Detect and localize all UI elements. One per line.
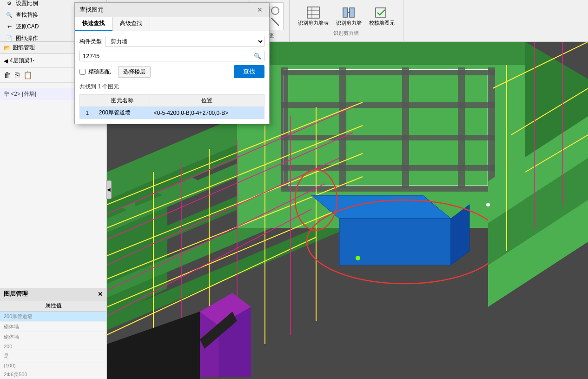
layer-row-1: 砌体墙: [0, 322, 106, 332]
quick-find-label: 快速查找: [82, 20, 105, 27]
find-replace-icon: 🔍: [6, 11, 13, 19]
search-row: 🔍: [79, 51, 264, 61]
layer-row-6: 2Φ6@500: [0, 370, 106, 379]
result-row-0[interactable]: 1 200厚管道墙 <0-5-4200,0-B;0-4+2700,0-B>: [80, 107, 264, 119]
toolbar-group-shear-wall: 识别剪力墙表 识别剪力墙: [290, 0, 403, 41]
dialog-title: 查找图元: [79, 6, 104, 14]
layer-row-4: 是: [0, 351, 106, 361]
layer-panel: 图层管理 ✕ 属性值 200厚管道墙 砌体墙 砌体墙 200 是: [0, 288, 106, 379]
layer-row-5: (100): [0, 361, 106, 370]
export-drawing-btn[interactable]: 📋: [23, 71, 33, 80]
breadcrumb-text: 4层顶梁1-: [10, 57, 34, 65]
result-count: 共找到 1 个图元: [79, 82, 264, 92]
find-element-dialog: 查找图元 ✕ 快速查找 高级查找 构件类型 剪力墙 柱 梁 板 墙 🔍: [74, 2, 270, 124]
svg-rect-12: [376, 8, 386, 17]
layer-row-0-value: 200厚管道墙: [0, 312, 106, 322]
component-type-select[interactable]: 剪力墙 柱 梁 板 墙: [106, 36, 264, 47]
layer-properties-table: 200厚管道墙 砌体墙 砌体墙 200 是 (100) 2Φ6@: [0, 312, 106, 379]
svg-line-4: [271, 18, 279, 26]
drawing-mgmt-icon: 📂: [4, 45, 11, 51]
sidebar-label-text: 华 <2> [外墙]: [4, 91, 36, 97]
layer-panel-title: 图层管理: [4, 290, 28, 298]
svg-rect-36: [281, 135, 495, 140]
tab-quick-find[interactable]: 快速查找: [75, 17, 112, 31]
svg-rect-38: [281, 186, 495, 192]
svg-rect-9: [343, 8, 348, 17]
collapse-arrow-icon: ◀: [107, 187, 111, 192]
restore-cad-label: 还原CAD: [16, 23, 39, 31]
select-floor-label: 选择楼层: [123, 68, 145, 75]
svg-point-77: [486, 203, 490, 206]
component-type-label: 构件类型: [79, 38, 102, 46]
layer-row-2: 砌体墙: [0, 332, 106, 342]
result-row-0-position: <0-5-4200,0-B;0-4+2700,0-B>: [150, 107, 264, 119]
sidebar-collapse-btn[interactable]: ◀: [106, 180, 112, 199]
find-btn[interactable]: 查找: [234, 65, 264, 78]
layer-panel-header: 图层管理 ✕: [0, 288, 106, 300]
recognize-shear-wall-table-btn[interactable]: 识别剪力墙表: [295, 5, 331, 28]
check-wall-elements-label: 校核墙图元: [369, 20, 395, 27]
layer-row-3: 200: [0, 342, 106, 351]
drawing-mgmt-label: 图纸管理: [13, 44, 35, 52]
shear-wall-group-label: 识别剪力墙: [333, 30, 359, 37]
layer-row-3-value: 200: [0, 342, 106, 351]
drawing-ops-label: 图纸操作: [16, 34, 38, 42]
tab-advanced-find[interactable]: 高级查找: [112, 17, 150, 31]
layer-row-1-value: 砌体墙: [0, 322, 106, 332]
recognize-shear-wall-table-label: 识别剪力墙表: [298, 20, 329, 27]
svg-point-3: [271, 7, 279, 14]
svg-point-62: [356, 256, 360, 260]
dialog-close-btn[interactable]: ✕: [255, 6, 264, 13]
layer-panel-close-btn[interactable]: ✕: [98, 291, 103, 298]
recognize-shear-wall-label: 识别剪力墙: [336, 20, 362, 27]
find-replace-label: 查找替换: [16, 11, 38, 19]
check-wall-icon: [374, 6, 389, 19]
svg-rect-35: [281, 102, 495, 108]
advanced-find-label: 高级查找: [120, 20, 142, 27]
svg-rect-34: [281, 70, 495, 75]
layer-row-6-value: 2Φ6@500: [0, 370, 106, 379]
dialog-tabs: 快速查找 高级查找: [75, 17, 269, 31]
svg-rect-10: [350, 8, 354, 17]
search-input[interactable]: [80, 51, 251, 61]
shear-wall-icon: [341, 6, 356, 19]
result-table-header-row: 图元名称 位置: [80, 95, 264, 107]
select-floor-btn[interactable]: 选择楼层: [118, 66, 151, 78]
component-type-row: 构件类型 剪力墙 柱 梁 板 墙: [79, 36, 264, 47]
exact-match-label: 精确匹配: [79, 68, 111, 76]
col-position: 位置: [150, 95, 264, 107]
col-name: 图元名称: [95, 95, 150, 107]
layer-row-5-value: (100): [0, 361, 106, 370]
layer-row-0: 200厚管道墙: [0, 312, 106, 322]
col-index: [80, 95, 95, 107]
exact-match-text: 精确匹配: [88, 68, 111, 76]
scale-label: 设置比例: [16, 0, 38, 7]
exact-match-checkbox[interactable]: [79, 69, 86, 75]
dialog-titlebar: 查找图元 ✕: [75, 3, 269, 17]
layer-row-4-value: 是: [0, 351, 106, 361]
nav-arrow-left: ◀: [4, 58, 8, 64]
table-icon: [306, 6, 321, 19]
restore-cad-icon: ↩: [6, 23, 13, 30]
svg-marker-25: [237, 42, 525, 65]
check-wall-elements-btn[interactable]: 校核墙图元: [366, 5, 397, 28]
layer-row-2-value: 砌体墙: [0, 332, 106, 342]
shear-wall-row: 识别剪力墙表 识别剪力墙: [295, 5, 397, 28]
find-button-label: 查找: [243, 68, 255, 75]
layer-panel-subtitle: 属性值: [0, 300, 106, 312]
result-table: 图元名称 位置 1 200厚管道墙 <0-5-4200,0-B;0-4+2700…: [79, 94, 264, 119]
result-row-0-name: 200厚管道墙: [95, 107, 150, 119]
dialog-body: 构件类型 剪力墙 柱 梁 板 墙 🔍 精确匹配 选择楼层: [75, 31, 269, 124]
scale-icon: ⚙: [6, 0, 13, 7]
search-box: 🔍: [79, 51, 264, 61]
copy-drawing-btn[interactable]: ⎘: [15, 71, 20, 80]
delete-drawing-btn[interactable]: 🗑: [4, 71, 11, 80]
svg-rect-5: [307, 7, 319, 18]
search-icon-btn[interactable]: 🔍: [251, 51, 264, 61]
drawing-ops-icon: 📄: [6, 34, 13, 42]
result-row-0-index: 1: [80, 107, 95, 119]
recognize-shear-wall-btn[interactable]: 识别剪力墙: [333, 5, 364, 28]
options-row: 精确匹配 选择楼层 查找: [79, 65, 264, 78]
